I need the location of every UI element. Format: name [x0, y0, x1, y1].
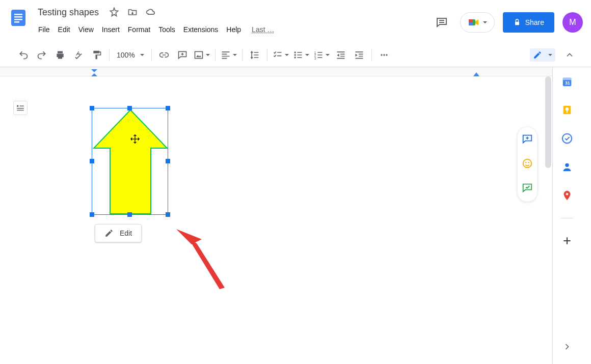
- menubar: File Edit View Insert Format Tools Exten…: [35, 21, 432, 38]
- share-label: Share: [525, 18, 544, 26]
- zoom-value: 100%: [117, 51, 135, 59]
- svg-point-19: [386, 54, 387, 55]
- chevron-down-icon: [305, 54, 309, 56]
- contacts-icon[interactable]: [561, 161, 573, 173]
- edit-label: Edit: [120, 229, 132, 237]
- svg-rect-23: [17, 105, 18, 107]
- line-spacing-icon[interactable]: [248, 48, 262, 62]
- tasks-icon[interactable]: [561, 132, 573, 145]
- menu-tools[interactable]: Tools: [155, 23, 179, 36]
- calendar-icon[interactable]: 31: [561, 75, 573, 88]
- svg-rect-35: [567, 110, 568, 113]
- add-comment-floating-icon[interactable]: [522, 133, 533, 147]
- docs-logo[interactable]: [8, 4, 29, 32]
- move-folder-icon[interactable]: [126, 6, 139, 18]
- collapse-toolbar-icon[interactable]: [562, 48, 577, 62]
- resize-handle-e[interactable]: [166, 159, 170, 163]
- resize-handle-s[interactable]: [127, 212, 132, 217]
- comment-history-icon[interactable]: [432, 12, 452, 33]
- chevron-down-icon: [326, 54, 330, 56]
- resize-handle-w[interactable]: [90, 159, 94, 163]
- share-button[interactable]: Share: [503, 12, 554, 33]
- emoji-reaction-icon[interactable]: [522, 158, 533, 171]
- menu-edit[interactable]: Edit: [55, 23, 74, 36]
- svg-rect-8: [469, 22, 472, 25]
- menu-file[interactable]: File: [35, 23, 53, 36]
- last-edit-link[interactable]: Last …: [252, 25, 274, 34]
- resize-handle-n[interactable]: [127, 106, 132, 110]
- svg-marker-22: [473, 72, 479, 76]
- ruler-indent-left-icon[interactable]: [91, 69, 97, 76]
- undo-icon[interactable]: [16, 48, 31, 62]
- numbered-list-icon[interactable]: 123: [313, 48, 330, 62]
- star-icon[interactable]: [108, 6, 120, 18]
- side-panel: 31: [552, 67, 581, 364]
- scrollbar[interactable]: [545, 76, 551, 168]
- checklist-icon[interactable]: [273, 48, 289, 62]
- cloud-status-icon[interactable]: [145, 6, 157, 18]
- chevron-down-icon: [233, 54, 237, 56]
- svg-rect-10: [195, 51, 202, 58]
- toolbar: 100% 123: [0, 43, 591, 67]
- avatar[interactable]: M: [562, 12, 583, 33]
- meet-button[interactable]: [460, 12, 495, 33]
- insert-image-icon[interactable]: [194, 48, 210, 62]
- outline-toggle-icon[interactable]: [13, 101, 28, 115]
- spellcheck-icon[interactable]: [71, 48, 86, 62]
- chevron-down-icon: [285, 54, 289, 56]
- svg-rect-9: [515, 22, 519, 25]
- svg-text:3: 3: [314, 57, 316, 60]
- edit-shape-button[interactable]: Edit: [95, 224, 142, 242]
- menu-format[interactable]: Format: [124, 23, 154, 36]
- resize-handle-nw[interactable]: [90, 106, 94, 110]
- paint-format-icon[interactable]: [90, 48, 104, 62]
- svg-marker-24: [94, 110, 167, 214]
- svg-point-18: [383, 54, 385, 55]
- suggest-edit-icon[interactable]: [522, 182, 533, 195]
- svg-point-17: [381, 54, 382, 55]
- keep-icon[interactable]: [561, 104, 573, 116]
- svg-point-36: [562, 134, 571, 143]
- svg-marker-6: [475, 19, 478, 25]
- more-tools-icon[interactable]: [377, 48, 391, 62]
- svg-rect-2: [14, 16, 22, 18]
- pencil-icon: [104, 229, 114, 238]
- print-icon[interactable]: [53, 48, 67, 62]
- redo-icon[interactable]: [35, 48, 49, 62]
- selected-shape[interactable]: [92, 108, 168, 215]
- svg-point-38: [566, 193, 568, 195]
- svg-marker-20: [91, 69, 97, 72]
- svg-rect-31: [562, 78, 571, 80]
- up-arrow-shape[interactable]: [92, 108, 169, 215]
- align-icon[interactable]: [221, 48, 237, 62]
- svg-point-13: [294, 57, 296, 58]
- add-addon-icon[interactable]: [561, 235, 573, 247]
- menu-extensions[interactable]: Extensions: [180, 23, 222, 36]
- bulleted-list-icon[interactable]: [293, 48, 309, 62]
- increase-indent-icon[interactable]: [352, 48, 366, 62]
- ruler-indent-right-icon[interactable]: [473, 72, 479, 76]
- menu-help[interactable]: Help: [223, 23, 245, 36]
- resize-handle-ne[interactable]: [166, 106, 170, 110]
- svg-point-37: [565, 163, 569, 167]
- svg-marker-21: [91, 73, 97, 76]
- add-comment-icon[interactable]: [175, 48, 190, 62]
- editing-mode-button[interactable]: [530, 48, 555, 62]
- menu-insert[interactable]: Insert: [98, 23, 123, 36]
- chevron-down-icon: [548, 54, 552, 56]
- collapse-panel-icon[interactable]: [562, 342, 572, 354]
- maps-icon[interactable]: [561, 189, 573, 202]
- doc-title[interactable]: Testing shapes: [35, 6, 102, 19]
- ruler[interactable]: [0, 67, 552, 76]
- svg-marker-26: [189, 239, 225, 289]
- svg-marker-25: [176, 229, 202, 244]
- menu-view[interactable]: View: [75, 23, 97, 36]
- resize-handle-sw[interactable]: [90, 212, 94, 217]
- zoom-select[interactable]: 100%: [113, 51, 148, 59]
- annotation-arrow: [171, 224, 227, 290]
- chevron-down-icon: [483, 21, 487, 23]
- svg-rect-7: [469, 19, 472, 22]
- resize-handle-se[interactable]: [166, 212, 170, 217]
- decrease-indent-icon[interactable]: [334, 48, 348, 62]
- insert-link-icon[interactable]: [157, 48, 171, 62]
